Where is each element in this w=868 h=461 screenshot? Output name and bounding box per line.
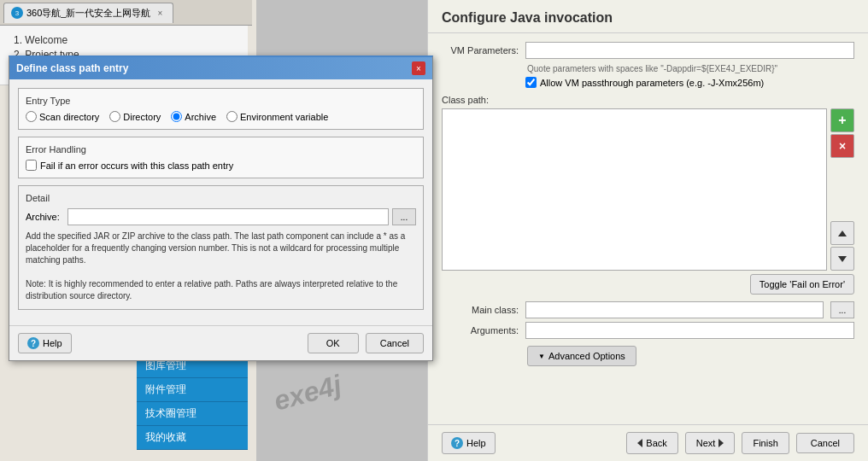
radio-env-input[interactable] — [226, 111, 238, 122]
dialog-help-label: Help — [43, 338, 62, 348]
vm-hint-text: Quote parameters with spaces like "-Dapp… — [442, 64, 854, 73]
entry-type-group: Entry Type Scan directory Directory Arch… — [18, 88, 424, 130]
main-class-row: Main class: ... — [442, 301, 854, 318]
archive-row: Archive: ... — [26, 208, 416, 225]
menu-item-attachment[interactable]: 附件管理 — [137, 378, 248, 402]
java-cancel-btn[interactable]: Cancel — [796, 433, 854, 453]
dialog-close-btn[interactable]: × — [412, 61, 425, 75]
favicon-icon: 3 — [11, 7, 23, 19]
dialog-button-bar: ? Help OK Cancel — [9, 325, 432, 360]
archive-note: Note: It is highly recommended to enter … — [26, 278, 416, 302]
error-handling-group: Error Handling Fail if an error occurs w… — [18, 137, 424, 178]
vm-params-row: VM Parameters: — [442, 42, 854, 59]
classpath-section: Class path: + × — [442, 95, 854, 271]
back-arrow-icon — [637, 439, 642, 447]
fail-on-error-label: Fail if an error occurs with this class … — [40, 160, 233, 171]
dialog-cancel-btn[interactable]: Cancel — [366, 333, 424, 353]
radio-directory-label: Directory — [123, 112, 161, 122]
arrow-down-icon — [838, 256, 847, 262]
classpath-move-up-btn[interactable] — [830, 221, 854, 245]
classpath-buttons: + × — [830, 108, 854, 271]
radio-archive-input[interactable] — [171, 111, 182, 122]
arrow-up-icon — [838, 230, 847, 236]
entry-type-radio-group: Scan directory Directory Archive Environ… — [26, 111, 416, 122]
archive-input[interactable] — [67, 208, 389, 225]
detail-title: Detail — [26, 193, 416, 203]
java-help-btn[interactable]: ? Help — [442, 432, 496, 454]
vm-params-label: VM Parameters: — [442, 45, 519, 55]
dialog-title: Define class path entry — [16, 62, 128, 74]
advanced-options-label: Advanced Options — [548, 351, 625, 361]
radio-directory-input[interactable] — [109, 111, 120, 122]
next-label: Next — [696, 438, 716, 448]
dialog-help-btn[interactable]: ? Help — [18, 333, 72, 353]
help-circle-icon: ? — [451, 437, 463, 449]
next-btn[interactable]: Next — [685, 432, 736, 454]
dialog-ok-btn[interactable]: OK — [308, 333, 359, 353]
fail-on-error-input[interactable] — [26, 160, 37, 171]
back-label: Back — [646, 438, 666, 448]
add-icon: + — [838, 114, 846, 127]
arguments-row: Arguments: — [442, 322, 854, 339]
wizard-step-1: 1. Welcome — [14, 34, 234, 46]
java-config-title: Configure Java invocation — [428, 0, 868, 33]
menu-item-techcircle[interactable]: 技术圈管理 — [137, 402, 248, 426]
classpath-add-btn[interactable]: + — [830, 108, 854, 132]
radio-env-label: Environment variable — [240, 112, 328, 122]
btn-spacer — [830, 160, 854, 219]
fail-on-error-checkbox[interactable]: Fail if an error occurs with this class … — [26, 160, 416, 171]
tab-label: 360导航_新一代安全上网导航 — [26, 7, 150, 20]
remove-icon: × — [839, 140, 846, 152]
classpath-container: + × — [442, 108, 854, 271]
advanced-options-btn[interactable]: ▼ Advanced Options — [527, 346, 636, 366]
vm-params-input[interactable] — [525, 42, 854, 59]
close-tab-btn[interactable]: × — [154, 7, 166, 19]
finish-btn[interactable]: Finish — [742, 432, 789, 454]
classpath-label: Class path: — [442, 95, 854, 105]
main-class-browse-btn[interactable]: ... — [830, 301, 854, 318]
arguments-label: Arguments: — [442, 325, 519, 336]
advanced-options-arrow: ▼ — [538, 353, 545, 360]
dialog-title-bar: Define class path entry × — [9, 57, 432, 79]
radio-scan-input[interactable] — [26, 111, 37, 122]
java-help-label: Help — [466, 438, 486, 448]
help-icon: ? — [27, 337, 39, 349]
main-class-input[interactable] — [525, 301, 824, 318]
archive-browse-btn[interactable]: ... — [392, 208, 416, 225]
radio-archive-label: Archive — [185, 112, 216, 122]
vm-passthrough-label: Allow VM passthrough parameters (e.g. -J… — [540, 78, 764, 88]
browser-tab[interactable]: 3 360导航_新一代安全上网导航 × — [3, 3, 173, 23]
toggle-fail-btn[interactable]: Toggle 'Fail on Error' — [750, 274, 854, 295]
toggle-fail-row: Toggle 'Fail on Error' — [442, 271, 854, 295]
vm-passthrough-checkbox[interactable] — [525, 77, 537, 88]
error-handling-label: Error Handling — [26, 144, 416, 155]
menu-item-favorites[interactable]: 我的收藏 — [137, 426, 248, 450]
vm-passthrough-row: Allow VM passthrough parameters (e.g. -J… — [442, 77, 854, 88]
detail-section: Detail Archive: ... Add the specified JA… — [18, 185, 424, 310]
radio-scan-label: Scan directory — [39, 112, 99, 122]
radio-env-variable[interactable]: Environment variable — [226, 111, 328, 122]
next-arrow-icon — [718, 439, 724, 447]
classpath-list[interactable] — [442, 108, 827, 271]
radio-archive[interactable]: Archive — [171, 111, 216, 122]
radio-directory[interactable]: Directory — [109, 111, 161, 122]
main-class-label: Main class: — [442, 305, 519, 315]
java-config-panel: Configure Java invocation VM Parameters:… — [427, 0, 868, 461]
define-classpath-dialog: Define class path entry × Entry Type Sca… — [9, 55, 433, 361]
bottom-nav-bar: ? Help Back Next Finish Cancel — [428, 424, 868, 461]
archive-label: Archive: — [26, 212, 64, 222]
radio-scan-directory[interactable]: Scan directory — [26, 111, 99, 122]
classpath-remove-btn[interactable]: × — [830, 134, 854, 158]
classpath-move-down-btn[interactable] — [830, 247, 854, 271]
archive-description: Add the specified JAR or ZIP archive to … — [26, 230, 416, 266]
arguments-input[interactable] — [525, 322, 854, 339]
back-btn[interactable]: Back — [626, 432, 677, 454]
java-config-content: VM Parameters: Quote parameters with spa… — [428, 33, 868, 375]
entry-type-label: Entry Type — [26, 96, 416, 106]
